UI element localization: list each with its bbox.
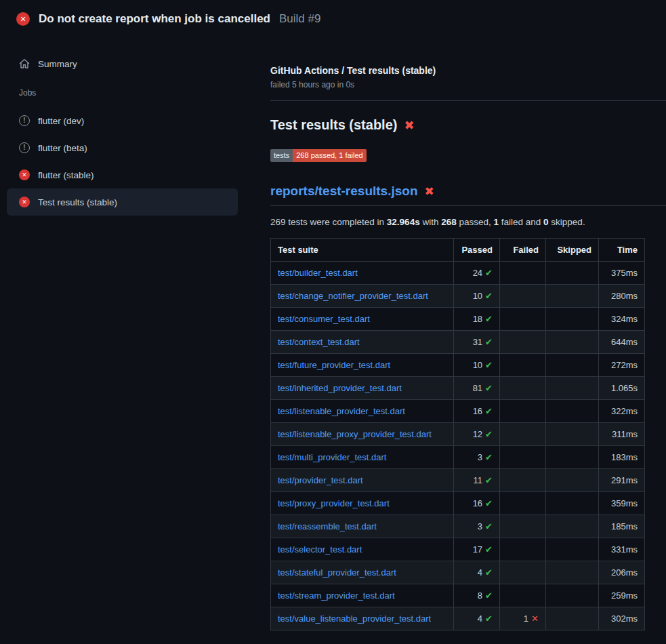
column-header-test-suite: Test suite — [271, 239, 454, 262]
column-header-skipped: Skipped — [546, 239, 599, 262]
sidebar-item-flutter-beta[interactable]: ! flutter (beta) — [7, 134, 238, 161]
failed-cell — [500, 446, 546, 469]
summary-skipped-count: 0 — [543, 217, 549, 227]
failed-cell — [500, 308, 546, 331]
failed-x-icon: ✖ — [404, 119, 414, 132]
check-icon: ✔ — [485, 314, 493, 324]
passed-cell: 11✔ — [454, 469, 500, 492]
sidebar-item-summary[interactable]: Summary — [7, 52, 238, 76]
summary-text: passed, — [457, 217, 494, 227]
passed-count: 16 — [473, 498, 482, 508]
check-icon: ✔ — [485, 590, 493, 601]
test-suite-link[interactable]: test/value_listenable_provider_test.dart — [278, 613, 431, 624]
summary-text: 269 tests were completed in — [270, 217, 387, 227]
skipped-cell — [546, 423, 599, 446]
job-label: Test results (stable) — [38, 197, 117, 207]
report-file-link[interactable]: reports/test-results.json — [270, 184, 418, 199]
test-suite-cell: test/value_listenable_provider_test.dart — [271, 607, 454, 630]
passed-count: 10 — [473, 291, 482, 301]
time-cell: 302ms — [599, 607, 645, 630]
test-suite-link[interactable]: test/context_test.dart — [278, 337, 360, 347]
failed-cell — [500, 538, 546, 561]
check-icon: ✔ — [485, 452, 493, 462]
test-suite-link[interactable]: test/multi_provider_test.dart — [278, 452, 386, 462]
time-cell: 359ms — [599, 492, 645, 515]
badge-label: tests — [270, 149, 293, 162]
summary-passed-count: 268 — [441, 217, 457, 227]
page-layout: Summary Jobs ! flutter (dev) ! flutter (… — [0, 38, 666, 644]
x-circle-icon: ✕ — [19, 197, 30, 207]
test-suite-link[interactable]: test/selector_test.dart — [278, 544, 362, 555]
test-suite-link[interactable]: test/builder_test.dart — [278, 268, 358, 278]
time-cell: 324ms — [599, 308, 645, 331]
skipped-cell — [546, 561, 599, 584]
build-header: ✕ Do not create report when job is cance… — [0, 0, 666, 38]
column-header-passed: Passed — [454, 239, 500, 262]
table-row: test/listenable_provider_test.dart 16✔ 3… — [271, 400, 645, 423]
passed-count: 8 — [478, 590, 482, 601]
test-suite-link[interactable]: test/stream_provider_test.dart — [278, 590, 395, 601]
summary-failed-count: 1 — [494, 217, 499, 227]
home-icon — [19, 58, 30, 69]
test-suite-cell: test/listenable_proxy_provider_test.dart — [271, 423, 454, 446]
run-status-text: failed 5 hours ago in 0s — [270, 80, 666, 89]
test-suite-link[interactable]: test/reassemble_test.dart — [278, 521, 377, 531]
skipped-cell — [546, 285, 599, 308]
check-icon: ✔ — [485, 613, 493, 624]
check-icon: ✔ — [485, 475, 493, 485]
failed-cell: 1✕ — [500, 607, 546, 630]
test-suite-cell: test/change_notifier_provider_test.dart — [271, 285, 454, 308]
time-cell: 331ms — [599, 538, 645, 561]
failed-cell — [500, 285, 546, 308]
failed-cell — [500, 400, 546, 423]
passed-count: 3 — [478, 521, 482, 531]
passed-count: 16 — [473, 406, 482, 416]
passed-cell: 31✔ — [454, 331, 500, 354]
skipped-cell — [546, 308, 599, 331]
passed-cell: 4✔ — [454, 561, 500, 584]
test-suite-cell: test/context_test.dart — [271, 331, 454, 354]
table-row: test/provider_test.dart 11✔ 291ms — [271, 469, 645, 492]
sidebar-item-flutter-stable[interactable]: ✕ flutter (stable) — [7, 161, 238, 188]
passed-count: 24 — [473, 268, 482, 278]
results-table-body: test/builder_test.dart 24✔ 375ms test/ch… — [271, 262, 645, 630]
test-suite-cell: test/builder_test.dart — [271, 262, 454, 285]
time-cell: 311ms — [599, 423, 645, 446]
test-suite-link[interactable]: test/inherited_provider_test.dart — [278, 383, 402, 393]
summary-text: failed and — [499, 217, 543, 227]
check-icon: ✔ — [485, 360, 493, 370]
sidebar-summary-label: Summary — [38, 59, 77, 69]
test-suite-link[interactable]: test/proxy_provider_test.dart — [278, 498, 390, 508]
check-icon: ✔ — [485, 406, 493, 416]
time-cell: 644ms — [599, 331, 645, 354]
test-suite-link[interactable]: test/future_provider_test.dart — [278, 360, 390, 370]
passed-cell: 10✔ — [454, 354, 500, 377]
skipped-cell — [546, 262, 599, 285]
table-row: test/proxy_provider_test.dart 16✔ 359ms — [271, 492, 645, 515]
table-row: test/stream_provider_test.dart 8✔ 259ms — [271, 584, 645, 607]
test-suite-cell: test/consumer_test.dart — [271, 308, 454, 331]
column-header-failed: Failed — [500, 239, 546, 262]
breadcrumb: GitHub Actions / Test results (stable) — [270, 65, 666, 76]
time-cell: 291ms — [599, 469, 645, 492]
test-suite-cell: test/stateful_provider_test.dart — [271, 561, 454, 584]
x-circle-icon: ✕ — [19, 169, 30, 180]
sidebar-item-test-results-stable[interactable]: ✕ Test results (stable) — [7, 188, 238, 216]
passed-cell: 3✔ — [454, 515, 500, 538]
passed-count: 81 — [473, 383, 482, 393]
test-suite-cell: test/multi_provider_test.dart — [271, 446, 454, 469]
skipped-cell — [546, 538, 599, 561]
time-cell: 185ms — [599, 515, 645, 538]
test-suite-cell: test/proxy_provider_test.dart — [271, 492, 454, 515]
check-icon: ✔ — [485, 268, 493, 278]
passed-count: 11 — [474, 475, 483, 485]
table-row: test/selector_test.dart 17✔ 331ms — [271, 538, 645, 561]
sidebar-item-flutter-dev[interactable]: ! flutter (dev) — [7, 107, 238, 134]
test-suite-link[interactable]: test/stateful_provider_test.dart — [278, 567, 396, 578]
test-suite-link[interactable]: test/change_notifier_provider_test.dart — [278, 291, 428, 301]
test-suite-link[interactable]: test/provider_test.dart — [278, 475, 363, 485]
test-suite-cell: test/reassemble_test.dart — [271, 515, 454, 538]
test-suite-link[interactable]: test/listenable_proxy_provider_test.dart — [278, 429, 432, 439]
test-suite-link[interactable]: test/listenable_provider_test.dart — [278, 406, 405, 416]
test-suite-link[interactable]: test/consumer_test.dart — [278, 314, 370, 324]
